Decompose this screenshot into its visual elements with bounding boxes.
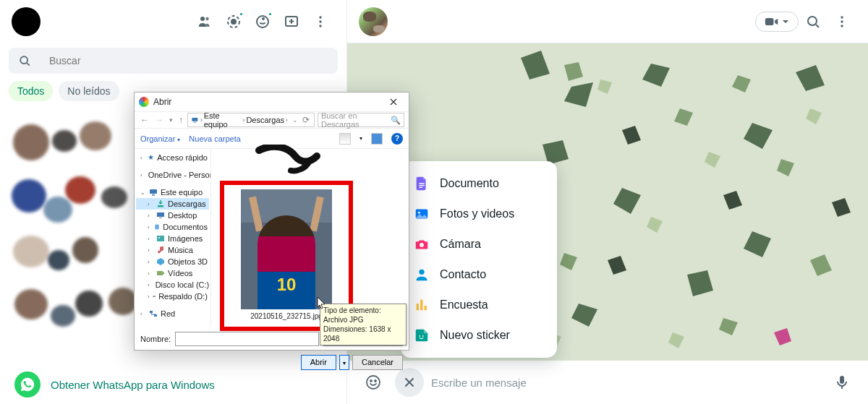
svg-marker-36 <box>806 108 822 124</box>
tree-disk-c[interactable]: ›Disco local (C:) <box>136 279 209 291</box>
svg-marker-18 <box>744 123 773 149</box>
tree-objects-3d[interactable]: ›Objetos 3D <box>136 256 209 267</box>
nav-recent-dropdown[interactable]: ▾ <box>168 116 174 124</box>
svg-marker-32 <box>560 253 577 270</box>
attach-camera[interactable]: Cámara <box>401 229 557 259</box>
attach-sticker[interactable]: Nuevo sticker <box>401 320 557 351</box>
new-folder-button[interactable]: Nueva carpeta <box>189 134 241 143</box>
dialog-titlebar[interactable]: Abrir <box>135 93 409 111</box>
compose-bar: Escribe un mensaje <box>347 361 868 404</box>
svg-point-9 <box>20 56 27 64</box>
svg-point-58 <box>422 335 424 337</box>
video-call-button[interactable] <box>755 12 799 32</box>
attach-document[interactable]: Documento <box>401 168 557 199</box>
camera-icon <box>414 236 430 252</box>
svg-marker-23 <box>744 231 771 257</box>
tree-music[interactable]: ›Música <box>136 244 209 256</box>
svg-point-69 <box>158 237 160 238</box>
open-button[interactable]: Abrir <box>301 355 336 370</box>
attachment-menu: Documento Fotos y videos Cámara Contacto… <box>401 161 557 358</box>
mic-button[interactable] <box>827 368 856 397</box>
new-chat-icon[interactable] <box>277 7 306 36</box>
tree-videos[interactable]: ›Vídeos <box>136 267 209 279</box>
svg-marker-30 <box>810 254 832 276</box>
dialog-search[interactable]: Buscar en Descargas 🔍 <box>318 113 404 127</box>
svg-marker-33 <box>597 79 612 94</box>
nav-back[interactable]: ← <box>139 115 150 125</box>
open-button-dropdown[interactable]: ▾ <box>339 355 349 370</box>
svg-rect-68 <box>157 236 164 241</box>
tree-documents[interactable]: ›Documentos <box>136 221 209 233</box>
svg-marker-34 <box>705 152 720 168</box>
view-mode-1[interactable] <box>339 133 351 145</box>
svg-point-14 <box>841 25 843 27</box>
filename-field-label: Nombre: <box>140 335 171 343</box>
path-seg-1[interactable]: Descargas <box>246 116 284 124</box>
tree-this-pc[interactable]: ⌄Este equipo <box>136 186 209 198</box>
organize-dropdown[interactable]: Organizar ▾ <box>140 134 180 143</box>
close-button[interactable] <box>383 95 404 109</box>
svg-marker-21 <box>613 188 641 214</box>
conversation-menu-icon[interactable] <box>827 7 856 36</box>
tree-onedrive[interactable]: ›OneDrive - Personal <box>136 169 209 181</box>
communities-icon[interactable] <box>190 7 219 36</box>
svg-point-51 <box>418 212 420 214</box>
path-seg-0[interactable]: Este equipo <box>204 111 242 129</box>
tree-network[interactable]: ›Red <box>136 308 209 319</box>
dialog-title: Abrir <box>153 97 171 107</box>
whatsapp-web-app: Todos No leídos <box>0 0 868 404</box>
svg-marker-41 <box>723 191 742 210</box>
search-input[interactable] <box>49 55 329 66</box>
status-icon[interactable] <box>219 7 248 36</box>
svg-rect-64 <box>158 205 163 207</box>
svg-point-13 <box>841 20 843 22</box>
svg-point-6 <box>319 16 321 18</box>
search-box[interactable] <box>9 48 338 74</box>
svg-marker-29 <box>777 159 794 176</box>
nav-forward[interactable]: → <box>153 115 165 125</box>
svg-marker-31 <box>719 318 738 335</box>
svg-marker-17 <box>642 64 670 87</box>
dialog-body: ›Acceso rápido ›OneDrive - Personal ⌄Est… <box>135 149 409 327</box>
tree-disk-d[interactable]: ›Respaldo (D:) <box>136 291 209 302</box>
svg-rect-55 <box>420 300 422 311</box>
left-header <box>0 0 346 43</box>
attach-contact[interactable]: Contacto <box>401 259 557 290</box>
dialog-actions: Abrir▾ Cancelar <box>135 351 409 373</box>
filter-all[interactable]: Todos <box>9 81 53 101</box>
channels-icon[interactable] <box>248 7 277 36</box>
folder-tree[interactable]: ›Acceso rápido ›OneDrive - Personal ⌄Est… <box>135 149 211 327</box>
svg-rect-48 <box>419 185 424 186</box>
menu-icon[interactable] <box>306 7 335 36</box>
svg-point-11 <box>808 17 817 25</box>
search-icon <box>17 53 32 68</box>
attach-photos-videos[interactable]: Fotos y videos <box>401 199 557 229</box>
svg-rect-56 <box>425 306 427 310</box>
svg-rect-70 <box>157 271 163 275</box>
path-refresh[interactable]: ⟳ <box>301 115 311 125</box>
tree-images[interactable]: ›Imágenes <box>136 233 209 244</box>
filename-input[interactable] <box>175 332 319 346</box>
attach-poll[interactable]: Encuesta <box>401 290 557 320</box>
attach-poll-label: Encuesta <box>440 298 488 311</box>
breadcrumb-path[interactable]: › Este equipo › Descargas › ⌄ ⟳ <box>187 113 315 127</box>
filter-unread[interactable]: No leídos <box>59 81 119 101</box>
partial-thumbnail[interactable] <box>252 145 331 175</box>
path-dropdown[interactable]: ⌄ <box>291 116 299 124</box>
tree-quick-access[interactable]: ›Acceso rápido <box>136 152 209 163</box>
tree-downloads[interactable]: ›Descargas <box>136 198 209 210</box>
search-in-chat-icon[interactable] <box>799 7 827 36</box>
svg-rect-66 <box>159 218 162 218</box>
own-avatar[interactable] <box>12 7 41 36</box>
message-input[interactable]: Escribe un mensaje <box>431 377 820 389</box>
cancel-button[interactable]: Cancelar <box>352 355 403 370</box>
help-button[interactable]: ? <box>391 133 403 145</box>
svg-rect-47 <box>419 183 424 184</box>
nav-up[interactable]: ↑ <box>177 115 184 125</box>
view-mode-2[interactable] <box>371 133 383 145</box>
conversation-header <box>347 0 868 43</box>
tree-desktop[interactable]: ›Desktop <box>136 210 209 221</box>
dialog-content[interactable]: 10 20210516_232715.jpg Tipo de elemento:… <box>211 149 409 327</box>
contact-avatar[interactable] <box>359 7 388 36</box>
svg-point-57 <box>419 335 420 337</box>
